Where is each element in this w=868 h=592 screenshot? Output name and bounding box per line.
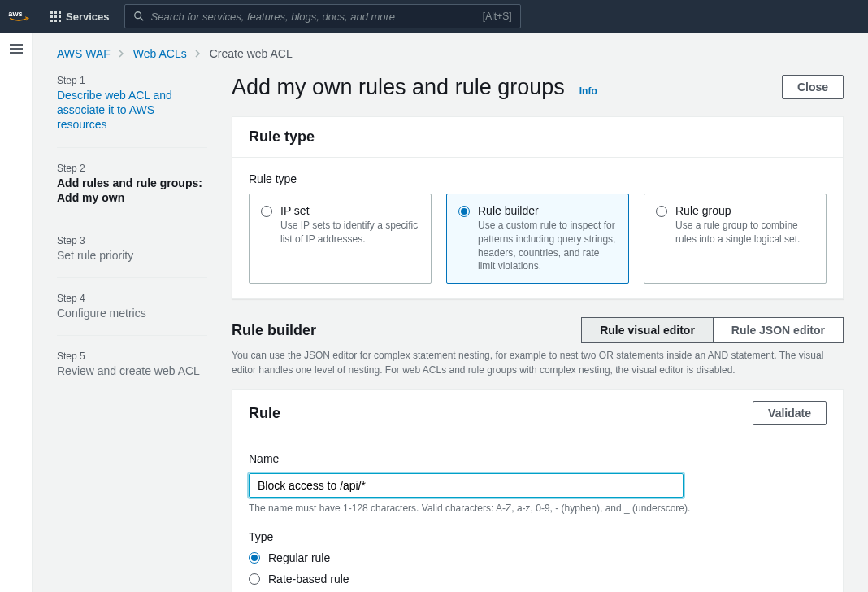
radio-icon [458,206,470,217]
main-content: Add my own rules and rule groups Info Cl… [232,75,844,592]
svg-point-1 [134,12,141,19]
rule-builder-section-header: Rule builder Rule visual editor Rule JSO… [232,317,844,343]
aws-logo-icon: aws [8,8,36,24]
services-menu-button[interactable]: Services [46,7,115,26]
section-description: You can use the JSON editor for complex … [232,348,833,377]
radio-icon [261,206,272,217]
step-title: Add rules and rule groups: Add my own [57,176,207,205]
radio-icon [249,552,260,564]
step-number: Step 5 [57,350,207,362]
breadcrumb-link[interactable]: AWS WAF [57,47,111,60]
search-input[interactable] [151,11,476,23]
radio-label: Regular rule [268,551,330,564]
step-number: Step 1 [57,75,207,86]
tile-description: Use IP sets to identify a specific list … [280,219,419,246]
rule-type-option-rule-group[interactable]: Rule group Use a rule group to combine r… [644,194,827,284]
step-title: Configure metrics [57,306,207,320]
name-helper-text: The name must have 1-128 characters. Val… [249,503,827,514]
chevron-right-icon [195,47,202,60]
rule-name-input[interactable] [249,473,684,498]
info-link[interactable]: Info [579,85,597,97]
tile-title: IP set [280,204,419,217]
tile-description: Use a custom rule to inspect for pattern… [478,219,617,273]
search-shortcut-hint: [Alt+S] [483,11,512,22]
type-field-label: Type [249,530,827,543]
tile-title: Rule builder [478,204,617,217]
editor-mode-toggle: Rule visual editor Rule JSON editor [581,317,844,343]
radio-icon [249,573,260,585]
rule-panel: Rule Validate Name The name must have 1-… [232,389,844,592]
breadcrumb-link[interactable]: Web ACLs [133,47,187,60]
name-field-label: Name [249,452,827,465]
rule-type-option-rule-builder[interactable]: Rule builder Use a custom rule to inspec… [446,194,629,284]
wizard-step: Step 5 Review and create web ACL [57,350,207,393]
step-title: Set rule priority [57,248,207,263]
side-drawer-toggle-column [0,33,33,592]
aws-logo[interactable]: aws [8,8,36,24]
wizard-steps: Step 1 Describe web ACL and associate it… [57,75,207,592]
step-title: Review and create web ACL [57,363,207,378]
tab-visual-editor[interactable]: Rule visual editor [582,318,714,342]
svg-text:aws: aws [8,10,22,18]
step-number: Step 4 [57,293,207,304]
section-title: Rule builder [232,322,316,339]
services-label: Services [66,11,110,23]
hamburger-icon[interactable] [10,44,23,592]
rule-type-panel: Rule type Rule type IP set Use IP sets t… [232,116,844,299]
global-search[interactable]: [Alt+S] [124,4,521,28]
step-title: Describe web ACL and associate it to AWS… [57,88,207,133]
tab-json-editor[interactable]: Rule JSON editor [714,318,843,342]
tile-description: Use a rule group to combine rules into a… [675,219,814,246]
tile-title: Rule group [675,204,814,217]
panel-title: Rule [249,405,280,422]
radio-label: Rate-based rule [268,572,349,585]
validate-button[interactable]: Validate [753,401,827,425]
panel-title: Rule type [249,128,315,146]
step-number: Step 3 [57,235,207,246]
top-nav: aws Services [Alt+S] [0,0,868,33]
breadcrumb-current: Create web ACL [210,47,293,60]
step-number: Step 2 [57,163,207,174]
type-option-regular[interactable]: Regular rule [249,551,827,564]
search-icon [133,11,145,22]
field-label: Rule type [249,172,827,185]
page-title: Add my own rules and rule groups [232,75,565,100]
grid-icon [50,11,61,22]
breadcrumb: AWS WAF Web ACLs Create web ACL [33,33,868,75]
rule-type-options: IP set Use IP sets to identify a specifi… [249,194,827,284]
rule-type-option-ip-set[interactable]: IP set Use IP sets to identify a specifi… [249,194,432,284]
close-button[interactable]: Close [782,75,844,99]
type-option-rate-based[interactable]: Rate-based rule [249,572,827,585]
wizard-step: Step 3 Set rule priority [57,235,207,278]
chevron-right-icon [119,47,125,60]
page-header: Add my own rules and rule groups Info Cl… [232,75,844,100]
radio-icon [656,206,667,217]
wizard-step: Step 2 Add rules and rule groups: Add my… [57,163,207,220]
svg-line-2 [140,18,143,21]
wizard-step[interactable]: Step 1 Describe web ACL and associate it… [57,75,207,148]
wizard-step: Step 4 Configure metrics [57,293,207,336]
